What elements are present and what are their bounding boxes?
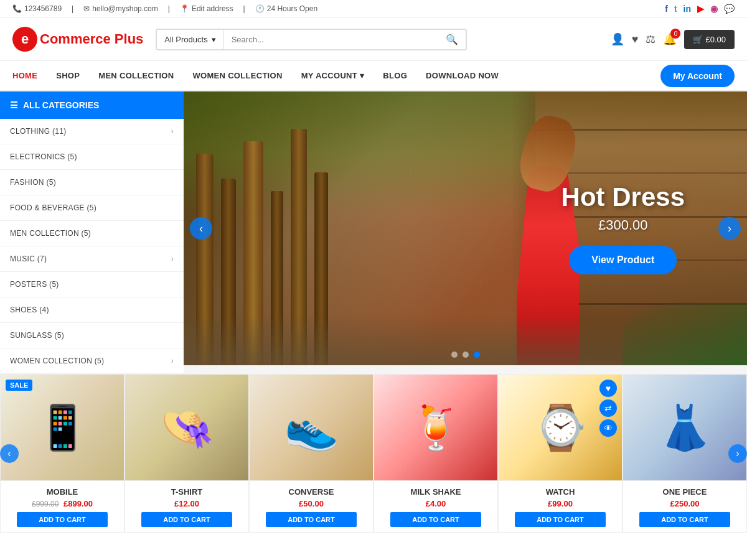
my-account-button[interactable]: My Account	[660, 65, 735, 87]
sidebar-item-electronics[interactable]: ELECTRONICS (5)	[0, 144, 184, 170]
product-name-mobile: MOBILE	[6, 487, 119, 497]
instagram-icon[interactable]: ◉	[710, 4, 718, 14]
logo-circle: e	[12, 27, 37, 52]
mobile-icon: 📱	[35, 402, 90, 453]
nav-home[interactable]: HOME	[12, 61, 37, 90]
slider-dot-1[interactable]	[451, 352, 458, 358]
hero-slide: Hot Dress £300.00 View Product	[184, 91, 747, 365]
linkedin-icon[interactable]: in	[684, 4, 691, 14]
email-info: ✉ hello@myshop.com	[83, 4, 158, 13]
product-image-converse: 👟	[250, 375, 373, 480]
add-to-cart-tshirt[interactable]: ADD TO CART	[141, 512, 232, 527]
product-card-converse: 👟 CONVERSE £50.00 ADD TO CART	[249, 374, 374, 533]
whatsapp-icon[interactable]: 💬	[724, 4, 735, 14]
slider-prev-button[interactable]: ‹	[190, 217, 212, 240]
sidebar-item-men-collection[interactable]: MEN COLLECTION (5)	[0, 221, 184, 246]
product-info-mobile: MOBILE £999.00 £899.00 ADD TO CART	[1, 480, 124, 532]
product-price-milkshake: £4.00	[379, 499, 492, 508]
sale-badge-mobile: SALE	[6, 380, 32, 391]
search-input[interactable]	[224, 30, 439, 49]
sidebar-header: ☰ ALL CATEGORIES	[0, 91, 184, 119]
search-button[interactable]: 🔍	[438, 30, 466, 49]
phone-number: 123456789	[24, 4, 62, 13]
nav-blog[interactable]: BLOG	[383, 61, 407, 90]
account-icon[interactable]: 👤	[611, 32, 624, 46]
hero-price: £300.00	[561, 217, 685, 233]
products-carousel: ‹ 📱 SALE MOBILE £999.00 £899.00 ADD TO C…	[0, 374, 747, 533]
drink-icon: 🍹	[409, 402, 463, 453]
product-price-watch: £99.00	[504, 499, 617, 508]
chevron-right-icon: ›	[171, 357, 174, 365]
product-image-milkshake: 🍹	[374, 375, 497, 480]
sidebar-item-posters[interactable]: POSTERS (5)	[0, 272, 184, 297]
email-icon: ✉	[83, 4, 90, 13]
add-to-cart-mobile[interactable]: ADD TO CART	[17, 512, 108, 527]
product-price-mobile: £999.00 £899.00	[6, 499, 119, 508]
search-bar: All Products ▾ 🔍	[156, 29, 467, 50]
sidebar-item-fashion[interactable]: FASHION (5)	[0, 170, 184, 195]
add-to-cart-onepiece[interactable]: ADD TO CART	[639, 512, 730, 527]
nav-download-now[interactable]: DOWNLOAD NOW	[426, 61, 499, 90]
product-name-watch: WATCH	[504, 487, 617, 497]
chevron-down-icon: ▾	[360, 71, 364, 80]
sidebar-item-music[interactable]: MUSIC (7) ›	[0, 246, 184, 272]
products-section: ‹ 📱 SALE MOBILE £999.00 £899.00 ADD TO C…	[0, 374, 747, 533]
search-category-label: All Products	[164, 35, 207, 44]
products-prev-button[interactable]: ‹	[0, 444, 19, 463]
nav-women-collection[interactable]: WOMEN COLLECTION	[192, 61, 282, 90]
product-name-milkshake: MILK SHAKE	[379, 487, 492, 497]
topbar: 📞 123456789 | ✉ hello@myshop.com | 📍 Edi…	[0, 0, 747, 18]
sidebar-item-sunglass[interactable]: SUNGLASS (5)	[0, 323, 184, 348]
wishlist-btn-watch[interactable]: ♥	[599, 380, 617, 397]
facebook-icon[interactable]: f	[665, 4, 668, 14]
slider-dots	[451, 352, 480, 358]
product-name-converse: CONVERSE	[255, 487, 368, 497]
hero-title: Hot Dress	[561, 182, 685, 212]
product-name-onepiece: ONE PIECE	[628, 487, 741, 497]
topbar-social: f t in ▶ ◉ 💬	[665, 4, 735, 14]
nav-shop[interactable]: SHOP	[56, 61, 80, 90]
notifications-icon[interactable]: 🔔 0	[663, 32, 677, 46]
notifications-badge: 0	[670, 29, 680, 39]
compare-icon[interactable]: ⚖	[646, 32, 655, 46]
slider-dot-3[interactable]	[474, 352, 480, 358]
product-actions-watch: ♥ ⇄ 👁	[599, 380, 617, 437]
product-name-tshirt: T-SHIRT	[130, 487, 243, 497]
address-link[interactable]: Edit address	[192, 4, 233, 13]
hours-info: 🕐 24 Hours Open	[255, 4, 317, 13]
dress-icon: 👗	[658, 402, 712, 453]
product-image-tshirt: 👒	[125, 375, 248, 480]
twitter-icon[interactable]: t	[674, 4, 677, 14]
sidebar-item-women-collection[interactable]: WOMEN COLLECTION (5) ›	[0, 348, 184, 374]
wishlist-icon[interactable]: ♥	[632, 33, 639, 46]
menu-icon: ☰	[10, 100, 18, 110]
sidebar-item-clothing[interactable]: CLOTHING (11) ›	[0, 119, 184, 144]
add-to-cart-converse[interactable]: ADD TO CART	[266, 512, 357, 527]
hours-text: 24 Hours Open	[267, 4, 317, 13]
logo[interactable]: e Commerce Plus	[12, 27, 143, 52]
slider-dot-2[interactable]	[463, 352, 469, 358]
sidebar-item-food-beverage[interactable]: FOOD & BEVERAGE (5)	[0, 195, 184, 221]
products-next-button[interactable]: ›	[728, 444, 747, 463]
search-category-dropdown[interactable]: All Products ▾	[157, 30, 223, 49]
quickview-btn-watch[interactable]: 👁	[599, 419, 617, 437]
product-card-tshirt: 👒 T-SHIRT £12.00 ADD TO CART	[125, 374, 249, 533]
header-icons: 👤 ♥ ⚖ 🔔 0 🛒 £0.00	[611, 30, 735, 49]
navbar: HOME SHOP MEN COLLECTION WOMEN COLLECTIO…	[0, 61, 747, 91]
nav-men-collection[interactable]: MEN COLLECTION	[98, 61, 174, 90]
add-to-cart-watch[interactable]: ADD TO CART	[515, 512, 606, 527]
compare-btn-watch[interactable]: ⇄	[599, 399, 617, 417]
sidebar-item-shoes[interactable]: SHOES (4)	[0, 297, 184, 323]
separator: |	[72, 4, 73, 13]
youtube-icon[interactable]: ▶	[697, 4, 704, 14]
hero-text: Hot Dress £300.00 View Product	[561, 182, 685, 274]
watch-icon: ⌚	[533, 402, 588, 453]
separator2: |	[168, 4, 170, 13]
cart-button[interactable]: 🛒 £0.00	[684, 30, 735, 49]
nav-my-account[interactable]: MY ACCOUNT ▾	[301, 61, 365, 90]
slider-next-button[interactable]: ›	[718, 217, 741, 240]
product-info-tshirt: T-SHIRT £12.00 ADD TO CART	[125, 480, 248, 532]
chevron-down-icon: ▾	[212, 35, 216, 44]
add-to-cart-milkshake[interactable]: ADD TO CART	[390, 512, 481, 527]
view-product-button[interactable]: View Product	[569, 246, 677, 274]
